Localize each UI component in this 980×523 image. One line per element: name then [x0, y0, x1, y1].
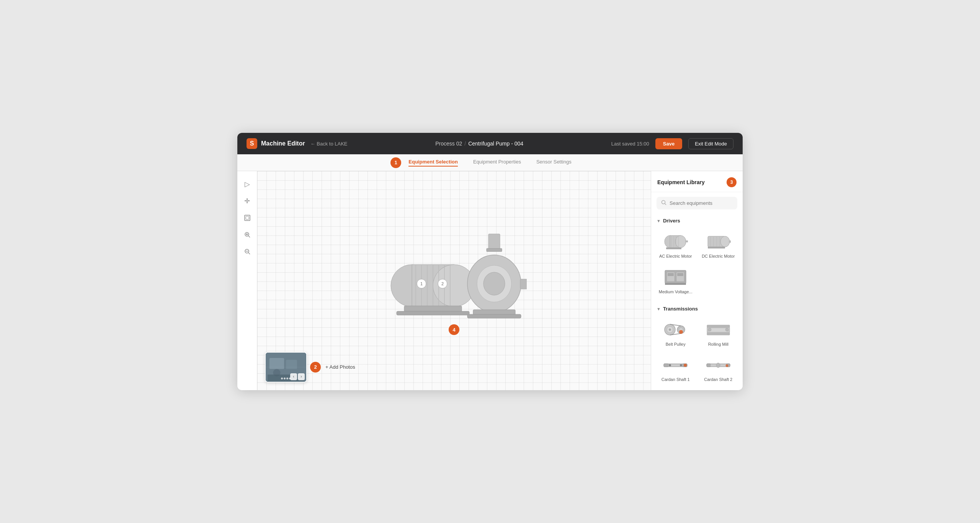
svg-rect-49 [685, 240, 688, 242]
mv-drive-icon [662, 268, 689, 287]
logo-icon: S [247, 138, 257, 149]
belt-pulley-label: Belt Pulley [666, 342, 686, 347]
machine-illustration: 1 2 [381, 230, 527, 331]
search-input[interactable] [670, 200, 734, 206]
svg-rect-0 [245, 215, 250, 221]
breadcrumb-separator: / [464, 141, 466, 147]
svg-point-52 [720, 236, 730, 247]
breadcrumb-page: Centrifugal Pump - 004 [468, 141, 523, 147]
rolling-mill-label: Rolling Mill [708, 342, 728, 347]
svg-point-84 [680, 364, 682, 366]
search-icon [661, 200, 666, 206]
cardan-shaft-1-label: Cardan Shaft 1 [662, 377, 690, 382]
svg-point-44 [675, 235, 686, 248]
svg-rect-74 [709, 328, 728, 332]
tab-sensor-settings[interactable]: Sensor Settings [536, 159, 572, 167]
tabs-bar: 1 Equipment Selection Equipment Properti… [237, 154, 743, 171]
photo-strip: ‹ › 2 + Add Photos [265, 352, 355, 382]
header-actions: Last saved 15:00 Save Exit Edit Mode [611, 138, 733, 149]
svg-rect-78 [707, 333, 730, 335]
search-box[interactable] [657, 197, 737, 209]
equipment-item-belt-pulley[interactable]: Belt Pulley [655, 316, 696, 350]
drivers-section-header[interactable]: ▼ Drivers [651, 214, 743, 227]
transmissions-grid: Belt Pulley Rolling Mill [651, 315, 743, 390]
svg-rect-31 [520, 279, 527, 289]
equipment-item-cardan-shaft-1[interactable]: Cardan Shaft 1 [655, 351, 696, 385]
photo-thumbnail[interactable]: ‹ › [265, 352, 307, 382]
equipment-item-ac-motor[interactable]: AC Electric Motor [655, 228, 696, 262]
svg-point-75 [708, 328, 711, 331]
cardan-shaft-2-label: Cardan Shaft 2 [704, 377, 732, 382]
drivers-section-label: Drivers [663, 218, 680, 224]
svg-point-30 [483, 272, 505, 295]
drivers-chevron-icon: ▼ [657, 219, 661, 223]
transmissions-chevron-icon: ▼ [657, 307, 661, 311]
svg-text:1: 1 [420, 281, 423, 286]
ac-motor-label: AC Electric Motor [659, 253, 692, 259]
equipment-item-rolling-mill[interactable]: Rolling Mill [698, 316, 739, 350]
app-window: S Machine Editor ← Back to LAKE Process … [237, 133, 743, 390]
zoom-out-button[interactable] [240, 245, 254, 258]
equipment-item-cardan-shaft-2[interactable]: Cardan Shaft 2 [698, 351, 739, 385]
svg-line-7 [248, 253, 250, 254]
svg-point-83 [669, 364, 671, 366]
svg-rect-1 [246, 216, 249, 219]
svg-point-72 [679, 330, 683, 334]
svg-rect-25 [397, 311, 469, 315]
svg-rect-33 [467, 314, 521, 318]
svg-rect-50 [666, 247, 681, 249]
step2-badge: 2 [310, 362, 321, 373]
transmissions-section-label: Transmissions [663, 306, 698, 312]
tab-equipment-properties[interactable]: Equipment Properties [473, 159, 521, 167]
main-content: ▷ ✛ [237, 171, 743, 390]
breadcrumb: Process 02 / Centrifugal Pump - 004 [348, 141, 611, 147]
photo-next-button[interactable]: › [298, 373, 305, 380]
equipment-item-dc-motor[interactable]: DC Electric Motor [698, 228, 739, 262]
step1-badge: 1 [390, 157, 401, 168]
exit-edit-mode-button[interactable]: Exit Edit Mode [688, 138, 733, 149]
back-to-lake-link[interactable]: ← Back to LAKE [310, 141, 348, 147]
equipment-item-mv-drive[interactable]: Medium Voltage... [655, 264, 696, 297]
svg-rect-26 [488, 234, 500, 249]
svg-point-67 [669, 329, 671, 331]
panel-header: Equipment Library 3 [651, 171, 743, 192]
add-photos-button[interactable]: + Add Photos [325, 364, 355, 370]
step4-badge: 4 [449, 324, 459, 335]
svg-point-91 [725, 364, 728, 367]
svg-line-3 [248, 236, 250, 237]
zoom-in-button[interactable] [240, 228, 254, 242]
svg-text:2: 2 [441, 281, 444, 286]
svg-point-90 [716, 363, 720, 368]
mv-drive-label: Medium Voltage... [659, 289, 693, 294]
svg-rect-57 [729, 240, 731, 243]
last-saved-label: Last saved 15:00 [611, 141, 649, 147]
svg-rect-64 [665, 283, 686, 285]
step3-badge: 3 [727, 177, 737, 187]
transmissions-section-header[interactable]: ▼ Transmissions [651, 302, 743, 315]
toolbar: ▷ ✛ [237, 171, 257, 390]
cardan-shaft-2-icon [705, 355, 732, 374]
rolling-mill-icon [705, 320, 732, 339]
canvas-area[interactable]: 1 2 [257, 171, 651, 390]
app-title: Machine Editor [261, 140, 305, 147]
svg-rect-27 [487, 248, 502, 252]
select-tool-button[interactable]: ▷ [240, 177, 254, 191]
svg-point-85 [684, 364, 687, 367]
svg-rect-63 [677, 273, 683, 276]
ac-motor-icon [662, 232, 689, 251]
save-button[interactable]: Save [655, 138, 682, 149]
breadcrumb-process: Process 02 [435, 141, 462, 147]
photo-prev-button[interactable]: ‹ [290, 373, 297, 380]
move-tool-button[interactable]: ✛ [240, 194, 254, 208]
svg-point-40 [662, 201, 665, 204]
app-logo: S Machine Editor [247, 138, 305, 149]
svg-rect-35 [270, 358, 284, 369]
motor-component[interactable]: 1 2 [381, 230, 527, 331]
svg-rect-80 [664, 364, 668, 367]
cardan-shaft-1-icon [662, 355, 689, 374]
drivers-grid: AC Electric Motor [651, 227, 743, 302]
tab-equipment-selection[interactable]: Equipment Selection [408, 159, 458, 167]
svg-rect-58 [708, 247, 725, 248]
svg-rect-77 [707, 325, 730, 327]
frame-tool-button[interactable] [240, 211, 254, 225]
